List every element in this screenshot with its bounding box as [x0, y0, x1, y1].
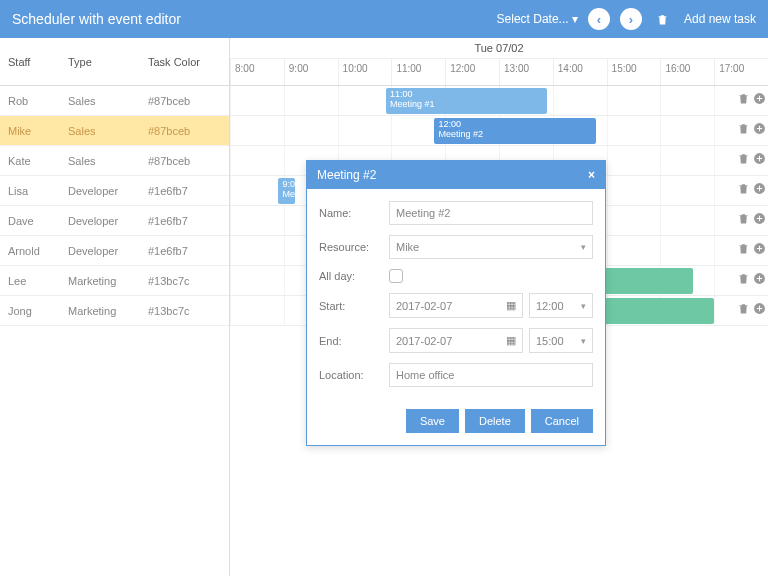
staff-type: Developer	[60, 245, 140, 257]
staff-row[interactable]: DaveDeveloper#1e6fb7	[0, 206, 229, 236]
trash-icon[interactable]	[736, 121, 750, 135]
staff-name: Lisa	[0, 185, 60, 197]
col-header-staff: Staff	[0, 56, 60, 68]
label-end: End:	[319, 335, 389, 347]
staff-name: Jong	[0, 305, 60, 317]
next-button[interactable]: ›	[620, 8, 642, 30]
editor-buttons: Save Delete Cancel	[307, 409, 605, 445]
toolbar: Scheduler with event editor Select Date.…	[0, 0, 768, 38]
row-actions	[736, 271, 766, 285]
chevron-down-icon: ▾	[581, 301, 586, 311]
staff-row[interactable]: MikeSales#87bceb	[0, 116, 229, 146]
staff-color: #87bceb	[140, 155, 229, 167]
staff-type: Sales	[60, 95, 140, 107]
col-header-color: Task Color	[140, 56, 229, 68]
select-date-dropdown[interactable]: Select Date... ▾	[497, 12, 578, 26]
trash-icon[interactable]	[736, 271, 750, 285]
add-icon[interactable]	[752, 241, 766, 255]
trash-icon[interactable]	[736, 241, 750, 255]
timeline-row[interactable]: 11:00Meeting #1	[230, 86, 768, 116]
hour-header: 9:00	[284, 59, 338, 85]
staff-type: Sales	[60, 155, 140, 167]
location-input[interactable]	[389, 363, 593, 387]
row-actions	[736, 241, 766, 255]
staff-name: Rob	[0, 95, 60, 107]
row-actions	[736, 121, 766, 135]
hour-header: 12:00	[445, 59, 499, 85]
sidebar: Staff Type Task Color RobSales#87bcebMik…	[0, 38, 230, 576]
add-icon[interactable]	[752, 271, 766, 285]
start-time-select[interactable]: 12:00▾	[529, 293, 593, 318]
staff-type: Marketing	[60, 305, 140, 317]
timeline-date: Tue 07/02	[230, 38, 768, 59]
staff-row[interactable]: KateSales#87bceb	[0, 146, 229, 176]
hour-header: 15:00	[607, 59, 661, 85]
start-date-input[interactable]: 2017-02-07▦	[389, 293, 523, 318]
timeline-row[interactable]: 12:00Meeting #2	[230, 116, 768, 146]
staff-row[interactable]: ArnoldDeveloper#1e6fb7	[0, 236, 229, 266]
trash-icon[interactable]	[736, 181, 750, 195]
add-icon[interactable]	[752, 181, 766, 195]
col-header-type: Type	[60, 56, 140, 68]
hour-header: 14:00	[553, 59, 607, 85]
row-actions	[736, 91, 766, 105]
trash-icon[interactable]	[736, 151, 750, 165]
staff-name: Mike	[0, 125, 60, 137]
editor-header[interactable]: Meeting #2 ×	[307, 161, 605, 189]
add-task-button[interactable]: Add new task	[684, 12, 756, 26]
add-icon[interactable]	[752, 301, 766, 315]
row-actions	[736, 151, 766, 165]
staff-row[interactable]: RobSales#87bceb	[0, 86, 229, 116]
staff-color: #87bceb	[140, 95, 229, 107]
end-date-input[interactable]: 2017-02-07▦	[389, 328, 523, 353]
staff-row[interactable]: JongMarketing#13bc7c	[0, 296, 229, 326]
hour-header: 8:00	[230, 59, 284, 85]
save-button[interactable]: Save	[406, 409, 459, 433]
row-actions	[736, 181, 766, 195]
add-icon[interactable]	[752, 211, 766, 225]
staff-type: Developer	[60, 215, 140, 227]
timeline-header: Tue 07/02 8:009:0010:0011:0012:0013:0014…	[230, 38, 768, 86]
chevron-down-icon: ▾	[581, 242, 586, 252]
add-icon[interactable]	[752, 91, 766, 105]
add-icon[interactable]	[752, 151, 766, 165]
chevron-down-icon: ▾	[572, 12, 578, 26]
hour-header: 16:00	[660, 59, 714, 85]
trash-icon[interactable]	[736, 301, 750, 315]
cancel-button[interactable]: Cancel	[531, 409, 593, 433]
close-icon[interactable]: ×	[588, 168, 595, 182]
hour-header: 10:00	[338, 59, 392, 85]
allday-checkbox[interactable]	[389, 269, 403, 283]
row-actions	[736, 301, 766, 315]
trash-icon[interactable]	[652, 8, 674, 30]
staff-row[interactable]: LisaDeveloper#1e6fb7	[0, 176, 229, 206]
delete-button[interactable]: Delete	[465, 409, 525, 433]
calendar-icon: ▦	[506, 299, 516, 312]
name-input[interactable]	[389, 201, 593, 225]
chevron-down-icon: ▾	[581, 336, 586, 346]
end-time-select[interactable]: 15:00▾	[529, 328, 593, 353]
toolbar-actions: Select Date... ▾ ‹ › Add new task	[497, 8, 756, 30]
staff-color: #1e6fb7	[140, 215, 229, 227]
event-editor: Meeting #2 × Name: Resource:Mike▾ All da…	[306, 160, 606, 446]
staff-color: #87bceb	[140, 125, 229, 137]
staff-name: Arnold	[0, 245, 60, 257]
trash-icon[interactable]	[736, 91, 750, 105]
hour-header: 11:00	[391, 59, 445, 85]
add-icon[interactable]	[752, 121, 766, 135]
event-bar[interactable]: 11:00Meeting #1	[386, 88, 547, 114]
prev-button[interactable]: ‹	[588, 8, 610, 30]
staff-color: #1e6fb7	[140, 185, 229, 197]
staff-row[interactable]: LeeMarketing#13bc7c	[0, 266, 229, 296]
app-title: Scheduler with event editor	[12, 11, 497, 27]
staff-type: Developer	[60, 185, 140, 197]
staff-name: Kate	[0, 155, 60, 167]
event-bar[interactable]: 12:00Meeting #2	[434, 118, 595, 144]
event-bar[interactable]: 9:00Meeting	[278, 178, 294, 204]
staff-type: Marketing	[60, 275, 140, 287]
label-start: Start:	[319, 300, 389, 312]
trash-icon[interactable]	[736, 211, 750, 225]
label-allday: All day:	[319, 270, 389, 282]
label-name: Name:	[319, 207, 389, 219]
resource-select[interactable]: Mike▾	[389, 235, 593, 259]
